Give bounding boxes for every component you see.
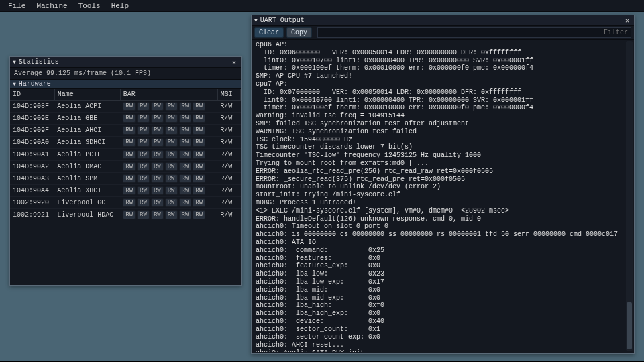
menu-machine[interactable]: Machine	[31, 2, 72, 10]
rw-button[interactable]: RW	[151, 186, 164, 195]
msi-cell[interactable]: R/W	[217, 125, 240, 137]
device-name: Aeolia AHCI	[54, 125, 120, 137]
table-row: 104D:909FAeolia AHCIRWRWRWRWRWRWR/W	[10, 125, 241, 137]
rw-button[interactable]: RW	[137, 126, 150, 135]
rw-button[interactable]: RW	[151, 102, 164, 111]
rw-button[interactable]: RW	[165, 186, 178, 195]
rw-button[interactable]: RW	[165, 102, 178, 111]
rw-button[interactable]: RW	[137, 186, 150, 195]
copy-button[interactable]: Copy	[286, 27, 312, 38]
close-icon[interactable]: ✕	[623, 17, 631, 25]
device-id: 104D:90A0	[10, 137, 54, 149]
col-bar[interactable]: BAR	[120, 89, 217, 101]
rw-button[interactable]: RW	[123, 210, 136, 219]
rw-button[interactable]: RW	[193, 102, 205, 111]
rw-button[interactable]: RW	[193, 162, 205, 171]
col-name[interactable]: Name	[54, 89, 120, 101]
rw-button[interactable]: RW	[123, 162, 136, 171]
rw-button[interactable]: RW	[193, 210, 205, 219]
device-name: Liverpool GC	[54, 197, 120, 209]
rw-button[interactable]: RW	[165, 114, 178, 123]
rw-button[interactable]: RW	[123, 186, 136, 195]
rw-button[interactable]: RW	[179, 186, 192, 195]
device-name: Aeolia ACPI	[54, 101, 120, 113]
rw-button[interactable]: RW	[123, 198, 136, 207]
rw-button[interactable]: RW	[165, 126, 178, 135]
rw-button[interactable]: RW	[123, 174, 136, 183]
menu-help[interactable]: Help	[106, 2, 134, 10]
statistics-titlebar[interactable]: ▼ Statistics ✕	[10, 57, 241, 68]
rw-button[interactable]: RW	[165, 150, 178, 159]
rw-button[interactable]: RW	[179, 198, 192, 207]
bar-cell: RWRWRWRWRWRW	[120, 113, 217, 125]
rw-button[interactable]: RW	[137, 210, 150, 219]
rw-button[interactable]: RW	[179, 126, 192, 135]
rw-button[interactable]: RW	[137, 114, 150, 123]
rw-button[interactable]: RW	[193, 174, 205, 183]
rw-button[interactable]: RW	[151, 198, 164, 207]
rw-button[interactable]: RW	[165, 198, 178, 207]
rw-button[interactable]: RW	[137, 138, 150, 147]
rw-button[interactable]: RW	[137, 174, 150, 183]
rw-button[interactable]: RW	[179, 210, 192, 219]
msi-cell[interactable]: R/W	[217, 185, 240, 197]
rw-button[interactable]: RW	[165, 174, 178, 183]
rw-button[interactable]: RW	[151, 150, 164, 159]
device-id: 104D:909E	[10, 113, 54, 125]
rw-button[interactable]: RW	[151, 138, 164, 147]
rw-button[interactable]: RW	[151, 174, 164, 183]
rw-button[interactable]: RW	[123, 138, 136, 147]
rw-button[interactable]: RW	[193, 114, 205, 123]
device-id: 104D:908F	[10, 101, 54, 113]
rw-button[interactable]: RW	[179, 138, 192, 147]
rw-button[interactable]: RW	[179, 102, 192, 111]
rw-button[interactable]: RW	[179, 162, 192, 171]
rw-button[interactable]: RW	[151, 114, 164, 123]
rw-button[interactable]: RW	[137, 102, 150, 111]
scrollbar-thumb[interactable]	[627, 302, 632, 349]
rw-button[interactable]: RW	[123, 126, 136, 135]
rw-button[interactable]: RW	[179, 174, 192, 183]
rw-button[interactable]: RW	[193, 126, 205, 135]
device-name: Aeolia GBE	[54, 113, 120, 125]
rw-button[interactable]: RW	[123, 114, 136, 123]
msi-cell[interactable]: R/W	[217, 173, 240, 185]
close-icon[interactable]: ✕	[230, 58, 238, 66]
bar-cell: RWRWRWRWRWRW	[120, 101, 217, 113]
rw-button[interactable]: RW	[151, 162, 164, 171]
rw-button[interactable]: RW	[151, 126, 164, 135]
hardware-section-header[interactable]: ▼ Hardware	[10, 79, 241, 89]
msi-cell[interactable]: R/W	[217, 209, 240, 221]
rw-button[interactable]: RW	[179, 114, 192, 123]
bar-cell: RWRWRWRWRWRW	[120, 197, 217, 209]
scrollbar[interactable]	[626, 41, 633, 351]
col-msi[interactable]: MSI	[217, 89, 240, 101]
rw-button[interactable]: RW	[193, 198, 205, 207]
rw-button[interactable]: RW	[137, 198, 150, 207]
menu-tools[interactable]: Tools	[73, 2, 106, 10]
msi-cell[interactable]: R/W	[217, 149, 240, 161]
msi-cell[interactable]: R/W	[217, 197, 240, 209]
rw-button[interactable]: RW	[193, 150, 205, 159]
rw-button[interactable]: RW	[165, 138, 178, 147]
uart-log[interactable]: cpu6 AP: ID: 0x06000000 VER: 0x00050014 …	[252, 40, 634, 352]
msi-cell[interactable]: R/W	[217, 113, 240, 125]
rw-button[interactable]: RW	[137, 150, 150, 159]
rw-button[interactable]: RW	[193, 186, 205, 195]
msi-cell[interactable]: R/W	[217, 137, 240, 149]
rw-button[interactable]: RW	[165, 162, 178, 171]
uart-titlebar[interactable]: ▼ UART Output ✕	[252, 15, 634, 26]
rw-button[interactable]: RW	[137, 162, 150, 171]
rw-button[interactable]: RW	[165, 210, 178, 219]
msi-cell[interactable]: R/W	[217, 161, 240, 173]
filter-input[interactable]	[317, 27, 631, 38]
rw-button[interactable]: RW	[123, 150, 136, 159]
col-id[interactable]: ID	[10, 89, 54, 101]
rw-button[interactable]: RW	[151, 210, 164, 219]
rw-button[interactable]: RW	[193, 138, 205, 147]
rw-button[interactable]: RW	[123, 102, 136, 111]
msi-cell[interactable]: R/W	[217, 101, 240, 113]
menu-file[interactable]: File	[3, 2, 31, 10]
clear-button[interactable]: Clear	[254, 27, 284, 38]
rw-button[interactable]: RW	[179, 150, 192, 159]
